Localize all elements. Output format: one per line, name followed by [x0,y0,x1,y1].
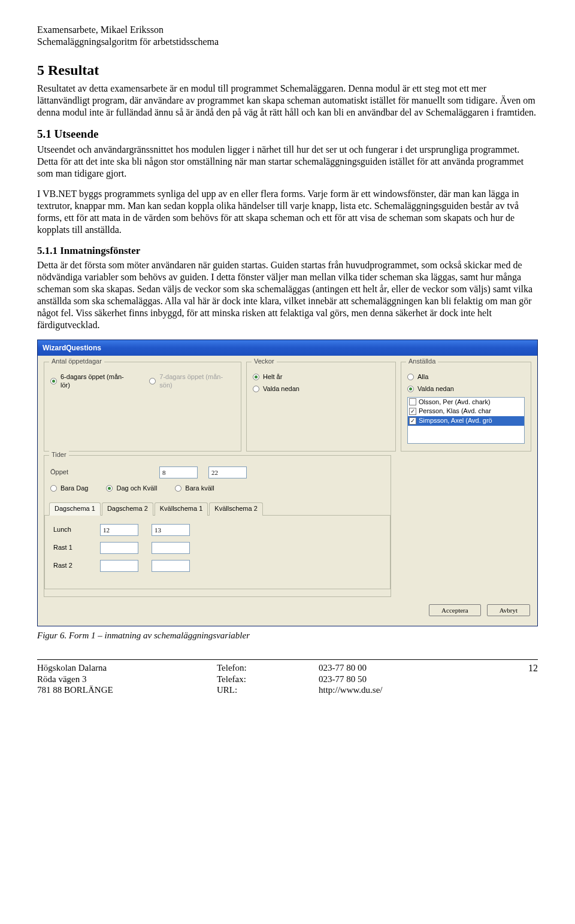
employee-list[interactable]: Olsson, Per (Avd. chark) Persson, Klas (… [407,397,525,444]
footer-addr2: 781 88 BORLÄNGE [37,684,217,696]
checkbox-icon[interactable] [409,398,416,405]
legend-times: Tider [49,451,69,459]
lunch-from-input[interactable] [100,524,138,536]
list-item[interactable]: Olsson, Per (Avd. chark) [408,398,524,407]
radio-emp-all-label: Alla [417,373,428,381]
group-employees: Anställda Alla Valda nedan Olsson, Per (… [401,362,531,452]
radio-6-days[interactable]: 6-dagars öppet (mån-lör) [50,373,132,390]
paragraph-intro: Resultatet av detta examensarbete är en … [37,83,538,119]
legend-employees: Anställda [406,358,438,366]
list-item[interactable]: Simpsson, Axel (Avd. grö [408,416,524,426]
accept-button[interactable]: Acceptera [429,604,481,616]
radio-icon [50,485,57,492]
paragraph-utseende-2: I VB.NET byggs programmets synliga del u… [37,188,538,236]
radio-bara-kvall-label: Bara kväll [185,484,214,493]
tab-panel: Lunch Rast 1 Rast 2 [44,516,391,589]
radio-icon [175,485,181,492]
radio-chosen-weeks-label: Valda nedan [263,385,299,393]
window-titlebar[interactable]: WizardQuestions [38,340,537,356]
radio-icon [253,374,259,380]
radio-7-days: 7-dagars öppet (mån-sön) [149,373,235,390]
group-weeks: Veckor Helt år Valda nedan [246,362,396,452]
employee-name: Persson, Klas (Avd. char [419,407,491,416]
window-title: WizardQuestions [43,344,101,353]
radio-bara-dag[interactable]: Bara Dag [50,484,88,493]
heading-resultat: 5 Resultat [37,61,538,79]
radio-6-days-label: 6-dagars öppet (mån-lör) [60,373,132,390]
label-open: Öppet [50,468,84,477]
open-to-input[interactable] [208,466,247,478]
legend-weeks: Veckor [252,358,277,366]
page-number: 12 [486,662,538,696]
figure-caption: Figur 6. Form 1 – inmatning av schemaläg… [37,630,538,641]
radio-full-year-label: Helt år [263,373,282,381]
tab-kvallschema-2[interactable]: Kvällschema 2 [209,502,263,516]
group-times: Tider Öppet Bara Dag Dag och Kväll [44,455,391,598]
radio-emp-all[interactable]: Alla [407,373,525,381]
radio-full-year[interactable]: Helt år [253,373,389,381]
tab-dagschema-1[interactable]: Dagschema 1 [49,502,101,516]
footer-tel-label: Telefon: [217,662,319,674]
radio-7-days-label: 7-dagars öppet (mån-sön) [159,373,235,390]
page-footer: Högskolan Dalarna Röda vägen 3 781 88 BO… [37,659,538,696]
checkbox-icon[interactable] [409,408,416,415]
rast2-from-input[interactable] [100,560,138,572]
legend-open-days: Antal öppetdagar [49,358,104,366]
radio-icon [149,378,156,384]
radio-icon [253,386,259,392]
wizard-window: WizardQuestions Antal öppetdagar 6-dagar… [37,340,538,626]
tab-kvallschema-1[interactable]: Kvällschema 1 [155,502,208,516]
radio-emp-chosen-label: Valda nedan [417,385,454,393]
radio-icon [50,378,57,384]
label-rast1: Rast 1 [53,544,87,552]
radio-icon [106,485,113,492]
rast2-to-input[interactable] [152,560,190,572]
footer-org: Högskolan Dalarna [37,662,217,674]
radio-dag-kvall[interactable]: Dag och Kväll [106,484,157,493]
list-item[interactable]: Persson, Klas (Avd. char [408,407,524,416]
footer-tel: 023-77 80 00 [319,662,486,674]
radio-bara-dag-label: Bara Dag [60,484,88,493]
footer-addr1: Röda vägen 3 [37,674,217,685]
label-rast2: Rast 2 [53,562,87,570]
radio-dag-kvall-label: Dag och Kväll [116,484,157,493]
heading-utseende: 5.1 Utseende [37,127,538,141]
heading-inmatning: 5.1.1 Inmatningsfönster [37,244,538,257]
doc-header-line1: Examensarbete, Mikael Eriksson [37,24,538,36]
radio-icon [407,374,414,380]
footer-url: http://www.du.se/ [319,684,486,696]
footer-fax: 023-77 80 50 [319,674,486,685]
lunch-to-input[interactable] [152,524,190,536]
checkbox-icon[interactable] [409,417,416,425]
footer-fax-label: Telefax: [217,674,319,685]
rast1-from-input[interactable] [100,542,138,554]
doc-header-line2: Schemaläggningsalgoritm för arbetstidssc… [37,36,538,48]
paragraph-utseende-1: Utseendet och användargränssnittet hos m… [37,144,538,180]
rast1-to-input[interactable] [152,542,190,554]
employee-name: Olsson, Per (Avd. chark) [419,398,491,407]
open-from-input[interactable] [159,466,198,478]
paragraph-inmatning: Detta är det första som möter användaren… [37,259,538,331]
footer-url-label: URL: [217,684,319,696]
radio-chosen-weeks[interactable]: Valda nedan [253,385,389,393]
radio-bara-kvall[interactable]: Bara kväll [175,484,214,493]
employee-name: Simpsson, Axel (Avd. grö [419,417,492,425]
label-lunch: Lunch [53,526,87,534]
tab-dagschema-2[interactable]: Dagschema 2 [102,502,153,516]
radio-icon [407,386,414,392]
radio-emp-chosen[interactable]: Valda nedan [407,385,525,393]
group-open-days: Antal öppetdagar 6-dagars öppet (mån-lör… [44,362,241,452]
schedule-tabs: Dagschema 1 Dagschema 2 Kvällschema 1 Kv… [44,502,391,516]
cancel-button[interactable]: Avbryt [487,604,530,616]
